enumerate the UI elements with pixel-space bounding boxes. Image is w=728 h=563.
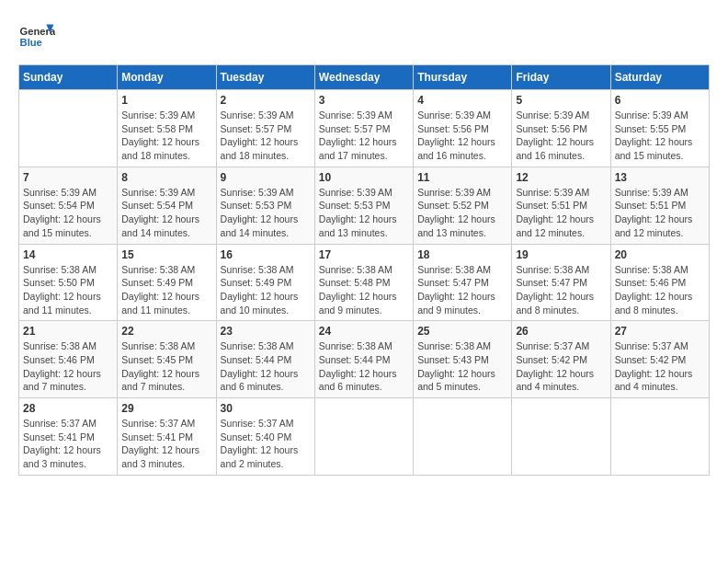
- day-cell: 12Sunrise: 5:39 AM Sunset: 5:51 PM Dayli…: [512, 167, 610, 244]
- day-cell: 3Sunrise: 5:39 AM Sunset: 5:57 PM Daylig…: [314, 90, 413, 167]
- day-cell: 19Sunrise: 5:38 AM Sunset: 5:47 PM Dayli…: [512, 244, 610, 321]
- week-row-4: 21Sunrise: 5:38 AM Sunset: 5:46 PM Dayli…: [19, 321, 710, 398]
- day-cell: [314, 398, 413, 476]
- week-row-2: 7Sunrise: 5:39 AM Sunset: 5:54 PM Daylig…: [19, 167, 710, 244]
- day-info: Sunrise: 5:38 AM Sunset: 5:45 PM Dayligh…: [121, 339, 211, 394]
- col-header-tuesday: Tuesday: [216, 65, 314, 90]
- col-header-wednesday: Wednesday: [314, 65, 413, 90]
- day-cell: [414, 398, 512, 476]
- day-info: Sunrise: 5:38 AM Sunset: 5:49 PM Dayligh…: [221, 263, 311, 317]
- day-cell: 10Sunrise: 5:39 AM Sunset: 5:53 PM Dayli…: [314, 167, 413, 244]
- header-row: SundayMondayTuesdayWednesdayThursdayFrid…: [19, 65, 710, 90]
- day-cell: [19, 90, 118, 167]
- day-info: Sunrise: 5:39 AM Sunset: 5:58 PM Dayligh…: [121, 109, 211, 163]
- day-cell: 14Sunrise: 5:38 AM Sunset: 5:50 PM Dayli…: [19, 244, 118, 321]
- day-number: 20: [615, 248, 705, 261]
- day-cell: 11Sunrise: 5:39 AM Sunset: 5:52 PM Dayli…: [414, 167, 512, 244]
- day-number: 24: [319, 325, 409, 338]
- col-header-monday: Monday: [118, 65, 216, 90]
- day-number: 5: [516, 94, 606, 107]
- day-cell: 16Sunrise: 5:38 AM Sunset: 5:49 PM Dayli…: [216, 244, 314, 321]
- day-cell: 18Sunrise: 5:38 AM Sunset: 5:47 PM Dayli…: [414, 244, 512, 321]
- day-number: 6: [615, 94, 705, 107]
- day-info: Sunrise: 5:39 AM Sunset: 5:56 PM Dayligh…: [516, 109, 606, 163]
- day-number: 17: [319, 248, 409, 261]
- day-cell: 7Sunrise: 5:39 AM Sunset: 5:54 PM Daylig…: [19, 167, 118, 244]
- day-info: Sunrise: 5:37 AM Sunset: 5:40 PM Dayligh…: [221, 417, 311, 471]
- day-cell: 13Sunrise: 5:39 AM Sunset: 5:51 PM Dayli…: [610, 167, 709, 244]
- day-number: 16: [221, 248, 311, 261]
- day-info: Sunrise: 5:38 AM Sunset: 5:49 PM Dayligh…: [121, 263, 211, 317]
- day-number: 13: [615, 171, 705, 184]
- day-info: Sunrise: 5:38 AM Sunset: 5:44 PM Dayligh…: [319, 339, 409, 394]
- day-number: 11: [417, 171, 507, 184]
- day-info: Sunrise: 5:37 AM Sunset: 5:41 PM Dayligh…: [23, 417, 113, 471]
- day-number: 7: [23, 171, 113, 184]
- day-number: 21: [23, 325, 113, 338]
- day-number: 25: [417, 325, 507, 338]
- day-number: 30: [221, 402, 311, 415]
- day-cell: 23Sunrise: 5:38 AM Sunset: 5:44 PM Dayli…: [216, 321, 314, 398]
- day-cell: 20Sunrise: 5:38 AM Sunset: 5:46 PM Dayli…: [610, 244, 709, 321]
- day-cell: 30Sunrise: 5:37 AM Sunset: 5:40 PM Dayli…: [216, 398, 314, 476]
- logo: General Blue: [18, 18, 59, 55]
- day-info: Sunrise: 5:39 AM Sunset: 5:52 PM Dayligh…: [417, 186, 507, 240]
- day-info: Sunrise: 5:39 AM Sunset: 5:53 PM Dayligh…: [319, 186, 409, 240]
- day-info: Sunrise: 5:38 AM Sunset: 5:43 PM Dayligh…: [417, 339, 507, 394]
- day-info: Sunrise: 5:39 AM Sunset: 5:51 PM Dayligh…: [615, 186, 705, 240]
- day-number: 2: [221, 94, 311, 107]
- day-info: Sunrise: 5:39 AM Sunset: 5:57 PM Dayligh…: [221, 109, 311, 163]
- day-cell: 29Sunrise: 5:37 AM Sunset: 5:41 PM Dayli…: [118, 398, 216, 476]
- day-cell: [512, 398, 610, 476]
- day-cell: 17Sunrise: 5:38 AM Sunset: 5:48 PM Dayli…: [314, 244, 413, 321]
- day-cell: 28Sunrise: 5:37 AM Sunset: 5:41 PM Dayli…: [19, 398, 118, 476]
- day-number: 18: [417, 248, 507, 261]
- day-info: Sunrise: 5:38 AM Sunset: 5:46 PM Dayligh…: [23, 339, 113, 394]
- day-number: 26: [516, 325, 606, 338]
- day-cell: 6Sunrise: 5:39 AM Sunset: 5:55 PM Daylig…: [610, 90, 709, 167]
- day-number: 9: [221, 171, 311, 184]
- day-cell: 4Sunrise: 5:39 AM Sunset: 5:56 PM Daylig…: [414, 90, 512, 167]
- day-info: Sunrise: 5:37 AM Sunset: 5:42 PM Dayligh…: [516, 339, 606, 394]
- day-number: 22: [121, 325, 211, 338]
- day-cell: 24Sunrise: 5:38 AM Sunset: 5:44 PM Dayli…: [314, 321, 413, 398]
- day-cell: 21Sunrise: 5:38 AM Sunset: 5:46 PM Dayli…: [19, 321, 118, 398]
- day-cell: 22Sunrise: 5:38 AM Sunset: 5:45 PM Dayli…: [118, 321, 216, 398]
- day-cell: 27Sunrise: 5:37 AM Sunset: 5:42 PM Dayli…: [610, 321, 709, 398]
- day-number: 1: [121, 94, 211, 107]
- day-number: 15: [121, 248, 211, 261]
- day-cell: 15Sunrise: 5:38 AM Sunset: 5:49 PM Dayli…: [118, 244, 216, 321]
- day-info: Sunrise: 5:37 AM Sunset: 5:42 PM Dayligh…: [615, 339, 705, 394]
- col-header-saturday: Saturday: [610, 65, 709, 90]
- day-number: 28: [23, 402, 113, 415]
- day-cell: 5Sunrise: 5:39 AM Sunset: 5:56 PM Daylig…: [512, 90, 610, 167]
- day-number: 19: [516, 248, 606, 261]
- col-header-sunday: Sunday: [19, 65, 118, 90]
- day-cell: 2Sunrise: 5:39 AM Sunset: 5:57 PM Daylig…: [216, 90, 314, 167]
- day-cell: 26Sunrise: 5:37 AM Sunset: 5:42 PM Dayli…: [512, 321, 610, 398]
- day-info: Sunrise: 5:38 AM Sunset: 5:47 PM Dayligh…: [417, 263, 507, 317]
- day-number: 23: [221, 325, 311, 338]
- day-info: Sunrise: 5:38 AM Sunset: 5:47 PM Dayligh…: [516, 263, 606, 317]
- day-cell: 25Sunrise: 5:38 AM Sunset: 5:43 PM Dayli…: [414, 321, 512, 398]
- day-info: Sunrise: 5:38 AM Sunset: 5:50 PM Dayligh…: [23, 263, 113, 317]
- day-number: 3: [319, 94, 409, 107]
- svg-text:Blue: Blue: [20, 37, 42, 48]
- day-number: 27: [615, 325, 705, 338]
- day-info: Sunrise: 5:39 AM Sunset: 5:54 PM Dayligh…: [121, 186, 211, 240]
- day-info: Sunrise: 5:38 AM Sunset: 5:44 PM Dayligh…: [221, 339, 311, 394]
- day-number: 8: [121, 171, 211, 184]
- week-row-1: 1Sunrise: 5:39 AM Sunset: 5:58 PM Daylig…: [19, 90, 710, 167]
- day-info: Sunrise: 5:39 AM Sunset: 5:55 PM Dayligh…: [615, 109, 705, 163]
- week-row-5: 28Sunrise: 5:37 AM Sunset: 5:41 PM Dayli…: [19, 398, 710, 476]
- calendar-table: SundayMondayTuesdayWednesdayThursdayFrid…: [18, 64, 710, 476]
- day-cell: 9Sunrise: 5:39 AM Sunset: 5:53 PM Daylig…: [216, 167, 314, 244]
- col-header-friday: Friday: [512, 65, 610, 90]
- day-info: Sunrise: 5:38 AM Sunset: 5:46 PM Dayligh…: [615, 263, 705, 317]
- day-info: Sunrise: 5:38 AM Sunset: 5:48 PM Dayligh…: [319, 263, 409, 317]
- page-header: General Blue: [18, 18, 710, 55]
- day-info: Sunrise: 5:39 AM Sunset: 5:56 PM Dayligh…: [417, 109, 507, 163]
- logo-icon: General Blue: [18, 18, 55, 55]
- day-info: Sunrise: 5:37 AM Sunset: 5:41 PM Dayligh…: [121, 417, 211, 471]
- day-number: 10: [319, 171, 409, 184]
